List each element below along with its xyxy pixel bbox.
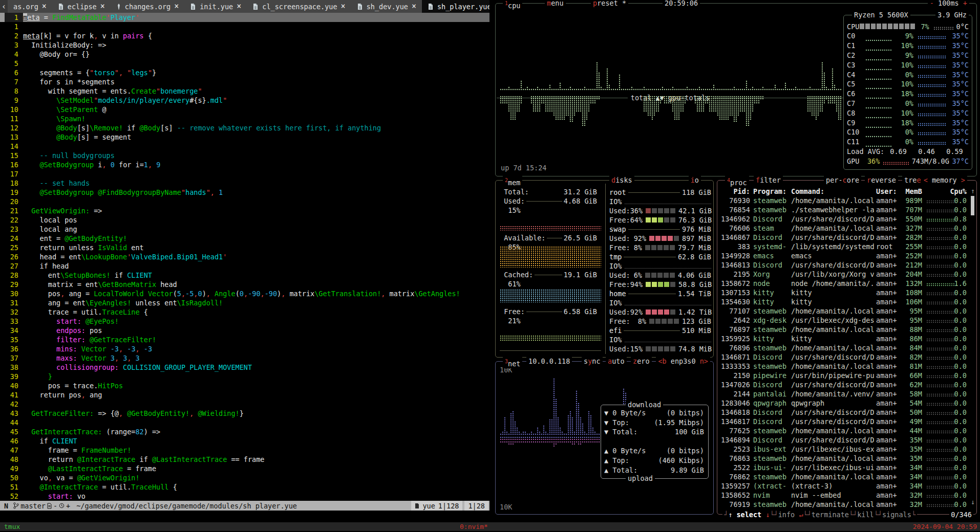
process-row[interactable]: 76897steamweb/home/amanita/.localaman+88… [717,325,976,334]
panel-button[interactable]: reverse [865,176,898,185]
code-line[interactable]: 36 mins: Vector -3, -3, -3 [0,344,489,353]
panel-button[interactable]: < memory > [922,176,967,185]
process-footer-keys[interactable]: ┘↑ select ↓└┘info ↵└┘terminate└┘kill└┘si… [722,511,917,519]
process-row[interactable]: 2195Xorg/usr/lib/xorg/Xorg vaman+204M0.0 [717,270,976,279]
code-line[interactable]: 11 \Spawn! [0,114,489,123]
process-row[interactable]: 383systemd-/lib/systemd/systemdroot255M0… [717,242,976,251]
process-row[interactable]: 1349928emacsemacsaman+252M0.0 [717,251,976,260]
process-row[interactable]: 1333353steamweb/home/amanita/.localaman+… [717,362,976,371]
process-row[interactable]: 1283046qpwgraphqpwgraphaman+54M0.0 [717,398,976,408]
code-line[interactable]: 14 [0,142,489,151]
tab-init.yue[interactable]: init.yue× [184,0,247,13]
minibuffer[interactable]: (mini.starter) Query: e [0,511,489,521]
process-row[interactable]: 2144pantalai/home/amanita/.venv/aman+58M… [717,389,976,398]
scroll-down-icon[interactable]: ↓ [971,498,975,506]
process-table-header[interactable]: Pid: Program: Command: User: MemB Cpu% [717,187,976,196]
code-line[interactable]: 25 return unless IsValid ent [0,243,489,252]
process-panel[interactable]: Pid: Program: Command: User: MemB Cpu% 7… [717,180,977,515]
panel-button[interactable]: 20:59:06 [663,0,700,8]
panel-button[interactable]: 3net [503,357,522,368]
panel-button[interactable]: 1cpu [503,0,522,10]
close-icon[interactable]: × [341,3,346,10]
close-icon[interactable]: × [42,3,47,10]
process-row[interactable]: 76896steamweb/home/amanita/.localaman+84… [717,343,976,352]
code-line[interactable]: 37 maxs: Vector 3, 3, 3 [0,353,489,363]
process-row[interactable]: 1346962Discord/usr/share/discord/Daman+5… [717,214,976,224]
process-row[interactable]: 1346867Discord/usr/share/discord/Daman+2… [717,233,976,242]
code-line[interactable]: 5 [0,59,489,68]
code-line[interactable]: 20 [0,197,489,206]
code-line[interactable]: 29 matrix = ent\GetBoneMatrix head [0,280,489,289]
tab-changes.org[interactable]: changes.org× [111,0,184,13]
process-row[interactable]: 77625steamweb/home/amanita/.localaman+44… [717,426,976,435]
code-line[interactable]: 48 return @InteractTrace if @LastInterac… [0,455,489,464]
process-row[interactable]: 1346871Discord/usr/share/discord/Daman+8… [717,352,976,362]
code-line[interactable]: 38 collisiongroup: COLLISION_GROUP_PLAYE… [0,363,489,372]
process-row[interactable]: 76854steamweb./steamwebhelper -laaman+70… [717,205,976,214]
tab-eclipse[interactable]: eclipse× [52,0,111,13]
process-row[interactable]: 1346818Discord/usr/share/discord/Daman+5… [717,408,976,417]
process-row[interactable]: 2642xdg-desk/usr/libexec/xdg-desaman+95M… [717,316,976,325]
code-line[interactable]: 7 for s in *segments [0,77,489,86]
code-line[interactable]: 15 -- null bodygroups [0,151,489,160]
process-row[interactable]: 1359257(xtract-(xtract-3)aman+34M0.0 [717,481,976,491]
code-line[interactable]: 9 \SetModel"models/in/player/every#{s}.m… [0,96,489,105]
process-row[interactable]: 77107steamweb/home/amanita/.localaman+95… [717,306,976,316]
panel-button[interactable]: 2mem [503,176,522,187]
process-row[interactable]: 76606steam/home/amanita/.localaman+327M0… [717,224,976,233]
code-line[interactable]: 45 GetInteractTrace: (range=82) => [0,427,489,436]
code-line[interactable]: 47 frame = FrameNumber! [0,446,489,455]
file-path[interactable]: ~/gamedev/gmod/eclipse/gamemode/modules/… [76,502,411,510]
memory-panel[interactable]: Total:31.2 GiB Used:4.68 GiB 15% Availab… [495,180,714,358]
panel-button[interactable]: zero [631,357,652,366]
code-line[interactable]: 22 local pos [0,215,489,225]
process-row[interactable]: 2523ibus-ext/usr/libexec/ibus-examan+35M… [717,445,976,454]
code-line[interactable]: 1 [0,22,489,31]
code-line[interactable]: 33 start: @EyePos! [0,317,489,326]
panel-button[interactable]: preset * [591,0,628,8]
code-line[interactable]: 28 ent\SetupBones! if CLIENT [0,271,489,280]
code-line[interactable]: 21 GetViewOrigin: => [0,206,489,215]
code-line[interactable]: 17 [0,169,489,179]
process-row[interactable]: 1347026Discord/usr/share/discord/Daman+6… [717,380,976,389]
panel-button[interactable]: - 100ms + [928,0,969,8]
tab-sh_dev.yue[interactable]: sh_dev.yue× [351,0,422,13]
process-row[interactable]: 1346813Discord/usr/share/discord/Daman+2… [717,260,976,270]
code-line[interactable]: 30 pos, ang = LocalToWorld Vector(5,-5,0… [0,289,489,298]
tab-cl_screenspace.yue[interactable]: cl_screenspace.yue× [247,0,351,13]
panel-button[interactable]: auto [606,357,627,366]
tmux-window-item[interactable]: 0:nvim* [460,522,488,531]
code-line[interactable]: 24 ent = @GetBodyEntity! [0,234,489,243]
code-line[interactable]: 6 segments = {"torso", "legs"} [0,68,489,77]
process-row[interactable]: 76863steamweb/home/amanita/.localaman+35… [717,454,976,463]
cpu-panel[interactable]: total ▲▼ gpu-totals up 7d 15:24 Ryzen 5 … [495,3,977,176]
process-row[interactable]: 1358672nodenode /home/amanita/.aman+132M… [717,279,976,288]
process-row[interactable]: 1346817Discord/usr/share/discord/Daman+4… [717,417,976,426]
close-icon[interactable]: × [237,3,241,10]
code-line[interactable]: 43 GetTraceFilter: => {@, @GetBodyEntity… [0,409,489,418]
close-icon[interactable]: × [412,3,416,10]
code-line[interactable]: 35 filter: @GetTraceFilter! [0,335,489,344]
panel-button[interactable]: 4proc [725,176,749,187]
process-row[interactable]: 1359925kittykittyaman+86M0.0 [717,334,976,343]
panel-button[interactable]: 10.0.0.118 [526,357,572,366]
code-line[interactable]: 1meta = FindMetaTable'Player' [0,13,489,22]
process-row[interactable]: 2150pipewire/usr/bin/pipewire-puaman+66M… [717,371,976,380]
code-line[interactable]: 31 ang = ent\EyeAngles! unless ent\IsRag… [0,298,489,307]
process-row[interactable]: 1358652nvimnvim --embedaman+32M0.0 [717,491,976,500]
network-panel[interactable]: 10K 10K download ▼ 0 Byte/s(0 bitps) ▼ T… [495,361,714,515]
code-line[interactable]: 41 return pos, ang [0,390,489,400]
git-branch-name[interactable]: master [20,502,46,510]
code-line[interactable]: 13 @Body[s] = segment [0,132,489,142]
code-line[interactable]: 39 } [0,372,489,381]
code-line[interactable]: 34 endpos: pos [0,326,489,335]
code-buffer[interactable]: 1meta = FindMetaTable'Player'12meta[k] =… [0,13,489,501]
code-line[interactable]: 26 head = ent\LookupBone'ValveBiped.Bip0… [0,252,489,261]
panel-button[interactable]: menu [545,0,566,8]
code-line[interactable]: 12 @Body[s]\Remove! if @Body[s] -- remov… [0,123,489,132]
tab-sh_player.yue[interactable]: sh_player.yue× [422,0,489,13]
tab-as.org[interactable]: as.org× [8,0,52,13]
code-line[interactable]: 8 with segment = ents.Create"bonemerge" [0,86,489,96]
code-line[interactable]: 10 \SetParent @ [0,105,489,114]
code-line[interactable]: 27 if head [0,261,489,271]
